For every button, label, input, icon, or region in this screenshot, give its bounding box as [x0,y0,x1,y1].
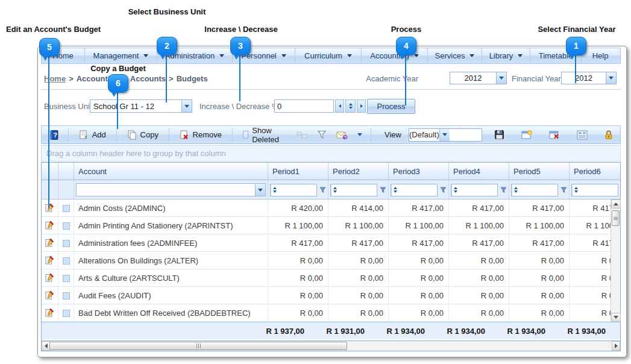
row-checkbox[interactable] [63,292,70,300]
edit-row-button[interactable] [42,252,58,269]
period-filter-funnel-icon[interactable] [500,187,507,193]
period3-filter-input[interactable] [391,184,438,196]
menu-item-accounting[interactable]: Accounting [362,48,428,63]
column-header-period1[interactable]: Period1 [268,163,328,180]
breadcrumb-home-link[interactable]: Home [44,74,66,83]
period-filter-funnel-icon[interactable] [319,187,326,193]
edit-pencil-icon[interactable] [45,238,54,249]
academic-year-dropdown-icon[interactable] [496,72,506,84]
view-select[interactable]: (Default) [409,128,482,142]
period-filter-spinner[interactable] [451,184,459,196]
scroll-right-button[interactable] [612,341,620,351]
row-checkbox[interactable] [63,257,70,265]
period-filter-spinner[interactable] [391,184,399,196]
period4-value-cell: R 417,00 [449,199,509,217]
table-row[interactable]: Administration fees (2ADMINFEE)R 417,00R… [42,234,611,252]
column-header-account[interactable]: Account [74,163,268,180]
period-filter-spinner[interactable] [271,184,278,196]
edit-pencil-icon[interactable] [45,308,54,319]
menu-item-management[interactable]: Management [85,48,157,63]
account-filter-input[interactable] [76,183,266,196]
edit-row-button[interactable] [42,304,58,322]
period4-filter-input[interactable] [451,184,498,196]
edit-pencil-icon[interactable] [45,273,54,284]
show-deleted-toggle[interactable]: Show Deleted [237,124,291,146]
column-header-period5[interactable]: Period5 [509,163,570,180]
edit-pencil-icon[interactable] [45,290,54,301]
table-row[interactable]: Alterations On Buildings (2ALTER)R 0,00R… [42,252,611,269]
financial-year-dropdown-icon[interactable] [606,72,616,84]
view-dropdown-icon[interactable] [439,129,450,141]
scroll-down-button[interactable] [611,313,621,322]
row-checkbox[interactable] [63,222,70,230]
edit-pencil-icon[interactable] [45,256,54,266]
row-checkbox[interactable] [63,310,70,317]
copy-button[interactable]: Copy [122,128,164,142]
group-by-bar[interactable]: Drag a column header here to group by th… [41,145,621,162]
step-left-button[interactable] [335,99,344,113]
delete-view-icon[interactable] [545,129,564,141]
period1-filter-input[interactable] [270,184,317,196]
account-filter-dropdown-icon[interactable] [255,184,265,196]
column-header-period2[interactable]: Period2 [328,163,389,180]
period-filter-funnel-icon[interactable] [560,187,567,193]
edit-pencil-icon[interactable] [45,221,54,231]
period2-filter-input[interactable] [330,184,377,196]
edit-row-button[interactable] [42,287,58,304]
remove-button[interactable]: Remove [174,128,227,142]
period-filter-spinner[interactable] [331,184,339,196]
period-filter-funnel-icon[interactable] [440,187,447,193]
edit-row-button[interactable] [42,199,58,217]
row-checkbox[interactable] [63,240,70,247]
row-select-cell [58,199,74,217]
period-filter-funnel-icon[interactable] [380,187,386,193]
table-row[interactable]: Arts & Culture (2ARTSCULT)R 0,00R 0,00R … [42,269,611,287]
menu-item-curriculum[interactable]: Curriculum [295,48,362,63]
menu-item-help[interactable]: Help [582,48,619,63]
edit-row-button[interactable] [42,269,58,287]
horizontal-scroll-thumb[interactable] [49,342,347,350]
new-view-icon[interactable] [518,129,536,141]
period-filter-spinner[interactable] [512,184,520,196]
business-unit-dropdown-icon[interactable] [181,100,192,112]
row-checkbox[interactable] [63,205,70,212]
lock-icon[interactable] [601,128,617,141]
vertical-scrollbar[interactable] [611,199,620,322]
financial-year-select[interactable]: 2012 [561,72,617,84]
spinner-buttons[interactable] [345,99,356,113]
row-checkbox[interactable] [63,275,70,282]
column-header-period6[interactable]: Period6 [570,163,620,180]
column-header-period4[interactable]: Period4 [449,163,509,180]
increase-decrease-input[interactable] [274,99,334,113]
table-row[interactable]: Bad Debt Written Off Received (2BADDEBTR… [42,304,611,322]
period6-filter-input[interactable] [571,184,618,196]
business-unit-select[interactable]: School Gr 11 - 12 [90,99,192,113]
edit-row-button[interactable] [42,234,58,252]
table-row[interactable]: Admin Costs (2ADMINC)R 420,00R 414,00R 4… [42,199,611,217]
period5-filter-input[interactable] [511,184,558,196]
vertical-scroll-thumb[interactable] [612,210,620,226]
process-button[interactable]: Process [367,99,415,114]
show-deleted-checkbox[interactable] [243,131,248,139]
scroll-left-button[interactable] [42,341,50,351]
period5-value-cell: R 417,00 [509,199,570,217]
add-button[interactable]: Add [74,128,111,142]
step-right-button[interactable] [357,99,366,113]
table-row[interactable]: Audit Fees (2AUDIT)R 0,00R 0,00R 0,00R 0… [42,287,611,304]
app-window: HomeManagementAdministrationPersonnelCur… [37,46,627,357]
table-row[interactable]: Admin Printing And Stationery (2APRINTST… [42,217,611,234]
save-view-icon[interactable] [491,128,508,141]
horizontal-scrollbar[interactable] [42,340,620,351]
menu-item-services[interactable]: Services [428,48,482,63]
details-view-icon[interactable] [573,129,591,141]
academic-year-select[interactable]: 2012 [450,72,507,84]
menu-item-library[interactable]: Library [482,48,530,63]
edit-row-button[interactable] [42,217,58,234]
column-header-period3[interactable]: Period3 [389,163,449,180]
scroll-up-button[interactable] [611,199,621,209]
mail-merge-dropdown-icon[interactable] [354,132,366,137]
mail-merge-icon[interactable] [333,129,351,141]
edit-pencil-icon[interactable] [45,203,54,214]
filter-icon[interactable] [313,129,330,140]
period-filter-spinner[interactable] [572,184,580,196]
